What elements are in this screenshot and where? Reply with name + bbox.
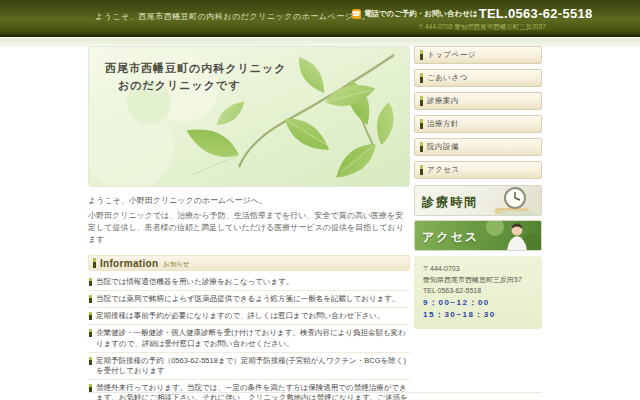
bullet-icon: [89, 312, 92, 320]
bullet-icon: [89, 357, 92, 365]
hours-morning: 9：00~12：00: [423, 297, 534, 310]
notice-item: 定期予防接種の予約（0563-62-5518まで）定期予防接種(子宮頸がんワクチ…: [88, 353, 410, 380]
address-hours-box: 〒444-0703 愛知県西尾市西幡豆町三反田57 TEL 0563-62-55…: [414, 256, 542, 329]
phone-icon: ☎: [352, 9, 361, 19]
information-section-header: Information お知らせ: [88, 255, 410, 271]
sidebar: トップページ ごあいさつ 診療案内 治療方針 院内設備 アクセス: [414, 46, 542, 329]
content-wrapper: 西尾市西幡豆町の内科クリニック おのだクリニックです ようこそ、小野田クリニック…: [88, 46, 542, 400]
sidebar-item-access[interactable]: アクセス: [414, 161, 542, 179]
bullet-icon: [89, 278, 92, 286]
clinic-tel: TEL 0563-62-5518: [423, 286, 534, 297]
hours-banner[interactable]: 診療時間: [414, 185, 542, 216]
phone-number: TEL.0563-62-5518: [479, 6, 593, 21]
sidebar-item-facilities[interactable]: 院内設備: [414, 138, 542, 156]
notice-item: 当院では情報通信機器を用いた診療をおこなっています。: [88, 274, 410, 291]
hero-title-line2: おのだクリニックです: [118, 77, 287, 94]
header-contact-block: ☎ 電話でのご予約・お問い合わせは TEL.0563-62-5518 〒444-…: [352, 6, 546, 32]
notice-text: 当院では薬局で銘柄によらず医薬品提供できるよう処方箋に一般名を記載しております。: [96, 294, 400, 304]
intro-paragraph: 小野田クリニックでは、治療から予防、生活指導までを行い、安全で質の高い医療を安定…: [88, 210, 410, 246]
notice-item: 定期接種は事前予約が必要になりますので、詳しくは窓口までお問い合わせ下さい。: [88, 308, 410, 325]
access-banner[interactable]: アクセス: [414, 220, 542, 251]
clinic-address: 愛知県西尾市西幡豆町三反田57: [423, 275, 534, 286]
menu-bar-icon: [420, 96, 423, 106]
welcome-text: ようこそ、小野田クリニックのホームページへ。: [88, 195, 410, 206]
notice-text: 企業健診・一般健診・個人健康診断を受け付けております。検査内容により負担金額も変…: [96, 328, 410, 348]
bullet-icon: [89, 384, 92, 392]
hero-leaf-image: 西尾市西幡豆町の内科クリニック おのだクリニックです: [88, 46, 410, 187]
notice-text: 定期予防接種の予約（0563-62-5518まで）定期予防接種(子宮頸がんワクチ…: [96, 356, 410, 376]
notice-item: 企業健診・一般健診・個人健康診断を受け付けております。検査内容により負担金額も変…: [88, 325, 410, 352]
header-address: 〒444-0703 愛知県西尾市西幡豆町三反田57: [352, 23, 546, 32]
top-header-bar: ようこそ、西尾市西幡豆町の内科おのだクリニックのホームページへ。 ☎ 電話でのご…: [0, 0, 640, 37]
menu-bar-icon: [420, 73, 423, 83]
access-banner-label: アクセス: [422, 229, 479, 246]
notice-text: 定期接種は事前予約が必要になりますので、詳しくは窓口までお問い合わせ下さい。: [96, 311, 385, 321]
hours-afternoon: 15：30~18：30: [423, 309, 534, 322]
sidebar-item-top-page[interactable]: トップページ: [414, 46, 542, 64]
bullet-icon: [89, 295, 92, 303]
hero-title-line1: 西尾市西幡豆町の内科クリニック: [105, 60, 287, 77]
menu-label: ごあいさつ: [427, 73, 468, 83]
menu-label: 院内設備: [427, 142, 459, 152]
clock-illustration: [481, 186, 541, 216]
menu-label: 治療方針: [427, 119, 459, 129]
nurse-photo-illustration: [483, 221, 541, 251]
menu-label: トップページ: [427, 50, 476, 60]
sidebar-item-policy[interactable]: 治療方針: [414, 115, 542, 133]
hours-banner-label: 診療時間: [422, 194, 478, 211]
notice-text: 当院では情報通信機器を用いた診療をおこなっています。: [96, 277, 293, 287]
hero-title: 西尾市西幡豆町の内科クリニック おのだクリニックです: [105, 60, 287, 94]
postal-code: 〒444-0703: [423, 264, 534, 275]
menu-label: 診療案内: [427, 96, 459, 106]
bottom-divider: [88, 392, 542, 393]
information-subtitle: お知らせ: [163, 260, 189, 269]
phone-label: 電話でのご予約・お問い合わせは: [364, 9, 478, 19]
information-title: Information: [100, 258, 158, 269]
main-column: 西尾市西幡豆町の内科クリニック おのだクリニックです ようこそ、小野田クリニック…: [88, 46, 410, 400]
section-bar-icon: [93, 258, 96, 268]
notice-item: 当院では薬局で銘柄によらず医薬品提供できるよう処方箋に一般名を記載しております。: [88, 291, 410, 308]
menu-bar-icon: [420, 119, 423, 129]
sidebar-item-services[interactable]: 診療案内: [414, 92, 542, 110]
header-welcome-text: ようこそ、西尾市西幡豆町の内科おのだクリニックのホームページへ。: [95, 11, 371, 22]
menu-label: アクセス: [427, 165, 460, 175]
clinic-homepage: ようこそ、西尾市西幡豆町の内科おのだクリニックのホームページへ。 ☎ 電話でのご…: [0, 0, 640, 400]
sidebar-item-greeting[interactable]: ごあいさつ: [414, 69, 542, 87]
menu-bar-icon: [420, 50, 423, 60]
notice-item: 禁煙外来行っております。当院では、一定の条件を満たす方は保険適用での禁煙治療がで…: [88, 380, 410, 400]
notice-list: 当院では情報通信機器を用いた診療をおこなっています。 当院では薬局で銘柄によらず…: [88, 274, 410, 400]
menu-bar-icon: [420, 142, 423, 152]
menu-bar-icon: [420, 165, 423, 175]
bullet-icon: [89, 329, 92, 337]
